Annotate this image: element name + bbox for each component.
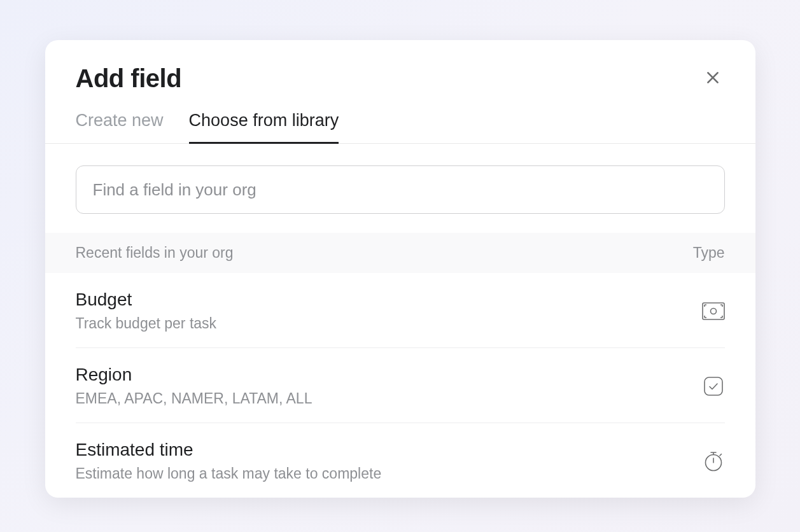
- modal-title: Add field: [76, 64, 182, 93]
- modal-header: Add field Create new Choose from library: [45, 40, 755, 144]
- checkbox-icon: [702, 375, 725, 398]
- stopwatch-icon: [702, 450, 725, 473]
- close-button[interactable]: [701, 66, 725, 92]
- close-icon: [705, 69, 721, 88]
- title-row: Add field: [76, 64, 725, 93]
- list-item-title: Estimated time: [76, 440, 382, 460]
- list-item-text: Region EMEA, APAC, NAMER, LATAM, ALL: [76, 365, 312, 407]
- add-field-modal: Add field Create new Choose from library…: [45, 40, 755, 498]
- currency-icon: [702, 300, 725, 323]
- svg-rect-0: [703, 303, 724, 319]
- search-input[interactable]: [76, 165, 725, 214]
- search-wrap: [45, 144, 755, 233]
- tab-create-new[interactable]: Create new: [76, 111, 164, 144]
- list-item[interactable]: Budget Track budget per task: [76, 273, 725, 348]
- list-item[interactable]: Estimated time Estimate how long a task …: [76, 423, 725, 498]
- field-list: Budget Track budget per task Region EMEA…: [45, 273, 755, 498]
- list-item-title: Budget: [76, 290, 217, 310]
- svg-rect-2: [705, 377, 722, 395]
- list-item-desc: Track budget per task: [76, 315, 217, 332]
- list-item-text: Budget Track budget per task: [76, 290, 217, 332]
- list-header-left: Recent fields in your org: [76, 244, 234, 262]
- list-item-text: Estimated time Estimate how long a task …: [76, 440, 382, 482]
- list-header: Recent fields in your org Type: [45, 233, 755, 273]
- list-item-title: Region: [76, 365, 312, 385]
- tabs: Create new Choose from library: [45, 111, 755, 144]
- list-item-desc: EMEA, APAC, NAMER, LATAM, ALL: [76, 390, 312, 407]
- list-item[interactable]: Region EMEA, APAC, NAMER, LATAM, ALL: [76, 348, 725, 423]
- tab-choose-from-library[interactable]: Choose from library: [189, 111, 339, 144]
- list-item-desc: Estimate how long a task may take to com…: [76, 465, 382, 482]
- svg-point-1: [710, 308, 716, 314]
- list-header-right: Type: [693, 244, 725, 262]
